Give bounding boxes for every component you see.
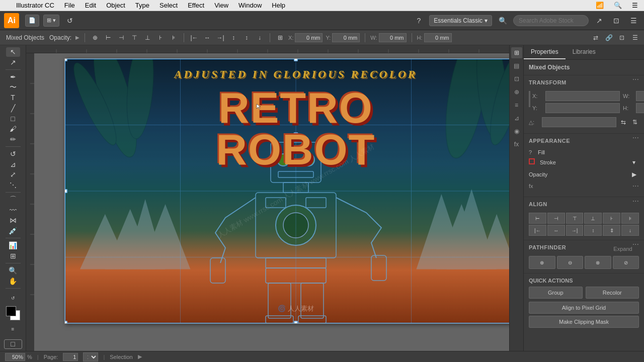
distribute-bottom-btn[interactable]: ↓	[255, 33, 265, 43]
dist-top-btn[interactable]: ↕	[584, 225, 602, 236]
rect-tool[interactable]: □	[6, 114, 20, 123]
warp-tool[interactable]: 〰	[6, 206, 20, 215]
align-more-btn[interactable]: ···	[632, 197, 639, 206]
distribute-hcenter-btn[interactable]: ↔	[202, 33, 212, 43]
direct-select-tool[interactable]: ↗	[6, 58, 20, 67]
exclude-btn[interactable]: ⊘	[613, 256, 639, 269]
align-hcenter-btn[interactable]: ⊣	[547, 213, 565, 224]
recolor-btn[interactable]: Recolor	[586, 287, 639, 299]
intersect-btn[interactable]: ⊗	[585, 256, 611, 269]
menu-window[interactable]: Window	[236, 1, 264, 10]
tab-libraries[interactable]: Libraries	[566, 45, 603, 59]
properties-panel-icon[interactable]: ⊞	[511, 47, 522, 58]
align-hcenter-btn[interactable]: ⊣	[116, 33, 126, 43]
eyedropper-tool[interactable]: 💉	[6, 226, 20, 236]
group-btn[interactable]: Group	[529, 287, 583, 299]
apple-menu[interactable]	[4, 5, 8, 6]
align-pixel-btn[interactable]: Align to Pixel Grid	[529, 302, 639, 314]
appearance-panel-icon[interactable]: ◉	[511, 126, 522, 137]
artboard-tool[interactable]: ⊞	[6, 251, 20, 261]
dist-right-btn[interactable]: →|	[566, 225, 584, 236]
canvas-area[interactable]: ADJUSTED IN GLORIOUS RECOLOR RETRO ROBOT	[34, 53, 509, 351]
selection-type-btn[interactable]: Mixed Objects	[4, 33, 46, 42]
arrange-btn[interactable]: ⊡	[610, 14, 623, 27]
curvature-tool[interactable]: 〜	[6, 83, 20, 93]
zoom-tool[interactable]: 🔍	[6, 266, 20, 276]
transform-origin-picker[interactable]	[529, 91, 530, 107]
search-stock-input[interactable]	[513, 15, 589, 26]
dist-bottom-btn[interactable]: ↓	[621, 225, 639, 236]
menu-type[interactable]: Type	[133, 1, 151, 10]
align-vcenter-btn[interactable]: ⊦	[603, 213, 620, 224]
clipping-mask-btn[interactable]: Make Clipping Mask	[529, 316, 639, 328]
align-right-btn[interactable]: ⊤	[566, 213, 584, 224]
pathfinder-panel-icon[interactable]: ⊿	[511, 113, 522, 124]
dist-left-btn[interactable]: |←	[529, 225, 546, 236]
doc-settings-btn[interactable]: 📄	[25, 15, 39, 27]
menu-select[interactable]: Select	[157, 1, 180, 10]
appearance-more-btn[interactable]: ···	[632, 133, 639, 142]
stroke-options-btn[interactable]: ▾	[629, 157, 639, 167]
menu-help[interactable]: Help	[270, 1, 287, 10]
align-left-btn[interactable]: ⊢	[529, 213, 546, 224]
page-input[interactable]	[63, 353, 78, 361]
distribute-right-btn[interactable]: →|	[215, 33, 225, 43]
angle-field[interactable]	[542, 117, 616, 127]
x-field[interactable]	[545, 91, 620, 101]
dist-vcenter-btn[interactable]: ⇕	[603, 225, 620, 236]
graph-tool[interactable]: 📊	[6, 241, 20, 250]
menu-object[interactable]: Object	[104, 1, 127, 10]
w-input[interactable]	[379, 33, 407, 42]
pencil-tool[interactable]: ✏	[6, 135, 20, 144]
color-reset-btn[interactable]: ↺	[6, 291, 20, 305]
distribute-vcenter-btn[interactable]: ↕	[242, 33, 252, 43]
more-btn[interactable]: ☰	[627, 14, 640, 27]
transform-more-btn[interactable]: ···	[632, 75, 639, 84]
workspace-selector[interactable]: Essentials Classic ▾	[429, 15, 492, 26]
hand-tool[interactable]: ✋	[6, 277, 20, 286]
artboard-btn[interactable]: ⊞ ▾	[43, 15, 59, 27]
x-input[interactable]	[295, 33, 323, 42]
pathfinder-more-btn[interactable]: ···	[632, 240, 639, 249]
dist-hcenter-btn[interactable]: ↔	[547, 225, 565, 236]
fx-panel-icon[interactable]: fx	[511, 139, 522, 150]
zoom-input[interactable]	[5, 353, 25, 361]
layers-panel-icon[interactable]: ▤	[511, 60, 522, 71]
fx-more-btn[interactable]: ···	[632, 182, 639, 191]
flip-h-btn[interactable]: ⇆	[619, 117, 628, 127]
swap-dims-btn[interactable]: ⇄	[591, 33, 601, 43]
tab-properties[interactable]: Properties	[524, 45, 566, 59]
reflect-tool[interactable]: ⊿	[6, 159, 20, 169]
share-btn[interactable]: ↗	[593, 14, 606, 27]
width-tool[interactable]: ⌒	[6, 195, 20, 205]
align-right-edge-btn[interactable]: ⊤	[129, 33, 139, 43]
flip-v-btn[interactable]: ⇅	[630, 117, 639, 127]
align-bottom-btn[interactable]: ⊧	[169, 33, 179, 43]
menu-edit[interactable]: Edit	[83, 1, 98, 10]
y-field[interactable]	[545, 103, 620, 113]
align-left-edge-btn[interactable]: ⊢	[103, 33, 113, 43]
stroke-color-btn[interactable]: ≡	[6, 322, 20, 336]
distribute-top-btn[interactable]: ↕	[228, 33, 238, 43]
search-icon[interactable]: 🔍	[612, 1, 624, 10]
distribute-left-btn[interactable]: |←	[189, 33, 199, 43]
page-select[interactable]: 1	[83, 352, 98, 361]
pen-tool[interactable]: ✒	[6, 72, 20, 82]
h-field[interactable]	[636, 103, 644, 113]
h-input[interactable]	[424, 33, 452, 42]
blend-tool[interactable]: ⋈	[6, 216, 20, 225]
menu-effect[interactable]: Effect	[186, 1, 206, 10]
y-input[interactable]	[332, 33, 360, 42]
minus-front-btn[interactable]: ⊖	[557, 256, 584, 269]
panel-toggle-btn[interactable]: ☰	[630, 33, 640, 43]
transform-panel-icon[interactable]: ⊕	[511, 86, 522, 98]
menu-file[interactable]: File	[62, 1, 77, 10]
transform-btn[interactable]: ⊕	[90, 33, 100, 43]
select-tool[interactable]: ↖	[6, 47, 20, 57]
align-top-btn[interactable]: ⊥	[584, 213, 602, 224]
line-tool[interactable]: ╱	[6, 104, 20, 113]
foreground-color-swatch[interactable]	[6, 306, 16, 316]
rotate-tool[interactable]: ↺	[6, 149, 20, 159]
rotate-btn[interactable]: ↺	[63, 14, 76, 27]
opacity-arrow[interactable]: ▶	[75, 35, 79, 40]
